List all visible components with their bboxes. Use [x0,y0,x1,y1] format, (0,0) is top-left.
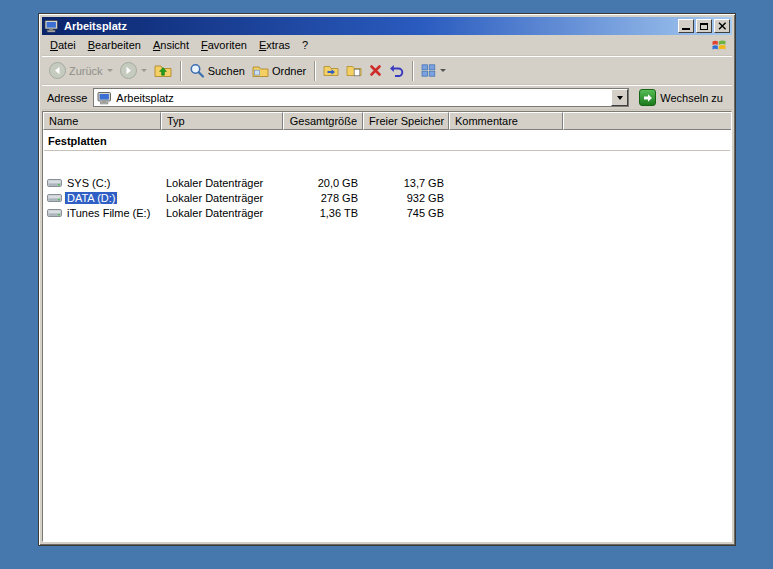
undo-icon [389,64,404,77]
undo-button[interactable] [386,62,407,79]
menu-help[interactable]: ? [296,36,314,54]
drive-type: Lokaler Datenträger [161,207,283,219]
address-bar: Adresse Arbeitsplatz Wechseln z [42,85,732,110]
drive-total-size: 1,36 TB [283,207,363,219]
windows-logo-icon [711,38,727,52]
minimize-button[interactable] [678,19,694,33]
delete-button[interactable] [366,62,385,79]
views-button[interactable] [418,62,449,79]
drive-type: Lokaler Datenträger [161,192,283,204]
drive-row-data[interactable]: DATA (D:) Lokaler Datenträger 278 GB 932… [43,190,731,205]
toolbar-separator [180,61,181,81]
column-header-name[interactable]: Name [43,112,161,130]
column-header-gesamtgroesse[interactable]: Gesamtgröße [283,112,363,130]
copy-to-button[interactable] [343,62,365,79]
column-header-freier-speicher[interactable]: Freier Speicher [363,112,449,130]
close-icon [718,22,727,30]
my-computer-icon [97,91,112,105]
maximize-button[interactable] [696,19,712,33]
address-label: Adresse [47,92,87,104]
close-button[interactable] [714,19,730,33]
up-button[interactable] [151,61,175,80]
go-arrow-icon [639,89,656,106]
delete-icon [369,64,382,77]
drive-type: Lokaler Datenträger [161,177,283,189]
go-label: Wechseln zu [660,92,723,104]
search-icon [189,63,205,79]
drive-row-itunes[interactable]: iTunes Filme (E:) Lokaler Datenträger 1,… [43,205,731,220]
drive-name[interactable]: iTunes Filme (E:) [65,207,152,219]
menu-favoriten[interactable]: Favoriten [195,36,253,54]
copy-to-icon [346,64,362,77]
views-icon [421,64,436,77]
forward-history-caret-icon [141,69,147,72]
drive-name[interactable]: SYS (C:) [65,177,112,189]
maximize-icon [700,23,708,30]
menu-bearbeiten[interactable]: Bearbeiten [82,36,147,54]
standard-toolbar: Zurück Suchen [42,56,732,85]
drive-free-space: 13,7 GB [363,177,449,189]
search-button[interactable]: Suchen [186,61,248,81]
drive-free-space: 745 GB [363,207,449,219]
folder-up-icon [154,63,172,78]
group-header-festplatten: Festplatten [44,133,730,151]
folders-icon [252,64,269,78]
back-label: Zurück [69,65,103,77]
hard-drive-icon [47,207,62,219]
forward-icon [120,62,137,79]
drive-free-space: 932 GB [363,192,449,204]
column-headers: Name Typ Gesamtgröße Freier Speicher Kom… [43,112,731,130]
menu-bar: Datei Bearbeiten Ansicht Favoriten Extra… [42,35,732,56]
back-icon [49,62,66,79]
column-header-filler [563,112,731,130]
toolbar-separator [314,61,315,81]
column-header-typ[interactable]: Typ [161,112,283,130]
address-combo[interactable]: Arbeitsplatz [93,88,629,107]
file-list-view: Name Typ Gesamtgröße Freier Speicher Kom… [42,111,732,542]
toolbar-separator [412,61,413,81]
views-caret-icon [440,69,446,72]
column-header-kommentare[interactable]: Kommentare [449,112,563,130]
list-body[interactable]: Festplatten SYS (C:) Lokaler Datenträger… [43,130,731,541]
search-label: Suchen [208,65,245,77]
drive-name-selected[interactable]: DATA (D:) [65,192,117,204]
forward-button[interactable] [117,60,150,81]
back-button[interactable]: Zurück [46,60,116,81]
folders-button[interactable]: Ordner [249,62,309,80]
title-bar[interactable]: Arbeitsplatz [42,17,732,35]
menu-extras[interactable]: Extras [253,36,296,54]
drive-total-size: 278 GB [283,192,363,204]
explorer-window: Arbeitsplatz Datei Bearbeiten Ansicht Fa… [38,13,736,546]
my-computer-icon [44,19,59,33]
go-button[interactable]: Wechseln zu [635,88,727,107]
hard-drive-icon [47,177,62,189]
window-title: Arbeitsplatz [61,20,676,32]
address-value[interactable]: Arbeitsplatz [116,92,607,104]
menu-datei[interactable]: Datei [44,36,82,54]
drive-row-sys[interactable]: SYS (C:) Lokaler Datenträger 20,0 GB 13,… [43,175,731,190]
hard-drive-icon [47,192,62,204]
address-dropdown-button[interactable] [611,89,628,106]
dropdown-arrow-icon [617,96,623,100]
move-to-button[interactable] [320,62,342,79]
back-history-caret-icon [107,69,113,72]
drive-total-size: 20,0 GB [283,177,363,189]
minimize-icon [682,28,690,30]
move-to-icon [323,64,339,77]
folders-label: Ordner [272,65,306,77]
menu-ansicht[interactable]: Ansicht [147,36,195,54]
